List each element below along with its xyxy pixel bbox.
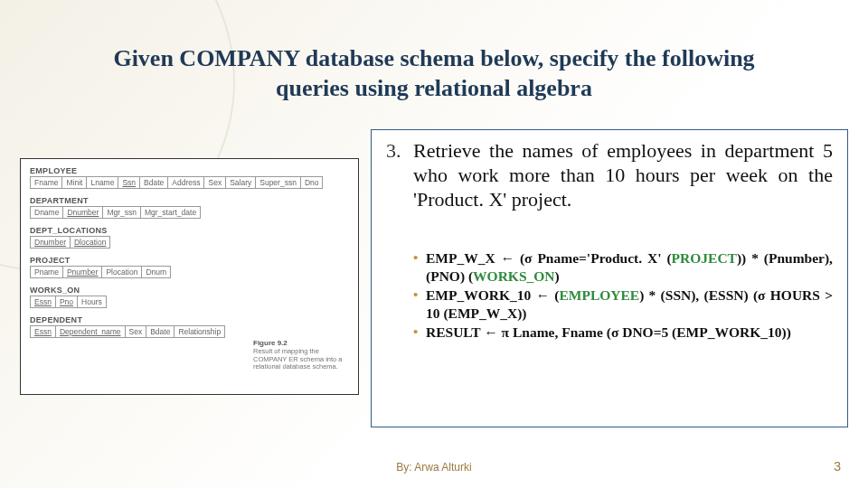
attr-cell: Mgr_ssn bbox=[103, 207, 141, 219]
attr-cell: Relationship bbox=[175, 326, 225, 338]
answer-item: RESULT ← π Lname, Fname (σ DNO=5 (EMP_WO… bbox=[413, 324, 833, 341]
answer-item: EMP_W_X ← (σ Pname='Product. X' (PROJECT… bbox=[413, 249, 833, 285]
attr-cell: Dnum bbox=[142, 267, 171, 278]
relation-name: PROJECT bbox=[30, 256, 349, 265]
relation-project: PROJECTPnamePnumberPlocationDnum bbox=[30, 256, 349, 278]
footer-page: 3 bbox=[834, 459, 841, 474]
answer-list: EMP_W_X ← (σ Pname='Product. X' (PROJECT… bbox=[413, 249, 833, 341]
relation-attrs: EssnPnoHours bbox=[30, 296, 107, 308]
relation-name: EMPLOYEE bbox=[30, 166, 349, 175]
attr-cell: Lname bbox=[87, 177, 118, 189]
attr-cell: Pnumber bbox=[62, 267, 102, 278]
attr-cell: Address bbox=[168, 177, 204, 189]
attr-cell: Pno bbox=[55, 296, 77, 308]
attr-cell: Pname bbox=[31, 267, 63, 278]
relation-name: DEPENDENT bbox=[30, 315, 349, 324]
attr-cell: Bdate bbox=[140, 177, 168, 189]
attr-cell: Dependent_name bbox=[55, 326, 125, 338]
attr-cell: Essn bbox=[31, 296, 56, 308]
relation-dept_locations: DEPT_LOCATIONSDnumberDlocation bbox=[30, 226, 349, 249]
relation-name: WORKS_ON bbox=[30, 286, 349, 295]
relation-attrs: EssnDependent_nameSexBdateRelationship bbox=[30, 325, 225, 338]
relation-attrs: DnumberDlocation bbox=[30, 236, 110, 249]
attr-cell: Bdate bbox=[146, 326, 175, 338]
figure-caption-text: Result of mapping the COMPANY ER schema … bbox=[253, 347, 343, 371]
attr-cell: Salary bbox=[226, 177, 256, 189]
relation-name: DEPARTMENT bbox=[30, 196, 349, 205]
attr-cell: Super_ssn bbox=[256, 177, 301, 189]
question-text: Retrieve the names of employees in depar… bbox=[413, 139, 833, 211]
attr-cell: Hours bbox=[78, 296, 107, 308]
question-box: 3. Retrieve the names of employees in de… bbox=[371, 129, 848, 427]
relation-employee: EMPLOYEEFnameMinitLnameSsnBdateAddressSe… bbox=[30, 166, 349, 189]
slide-title: Given COMPANY database schema below, spe… bbox=[108, 43, 760, 104]
attr-cell: Dname bbox=[31, 207, 63, 219]
relation-works_on: WORKS_ONEssnPnoHours bbox=[30, 286, 349, 308]
figure-caption: Figure 9.2 Result of mapping the COMPANY… bbox=[253, 340, 354, 371]
attr-cell: Dnumber bbox=[63, 207, 103, 219]
attr-cell: Dlocation bbox=[70, 237, 109, 249]
schema-relations: EMPLOYEEFnameMinitLnameSsnBdateAddressSe… bbox=[30, 166, 349, 338]
relation-attrs: FnameMinitLnameSsnBdateAddressSexSalaryS… bbox=[30, 176, 323, 189]
attr-cell: Dno bbox=[300, 177, 323, 189]
figure-label: Figure 9.2 bbox=[253, 339, 288, 347]
attr-cell: Mgr_start_date bbox=[140, 207, 200, 219]
attr-cell: Sex bbox=[204, 177, 226, 189]
footer-author: By: Arwa Alturki bbox=[0, 461, 868, 474]
attr-cell: Ssn bbox=[118, 177, 140, 189]
question-number: 3. bbox=[386, 139, 410, 163]
attr-cell: Dnumber bbox=[31, 237, 71, 249]
attr-cell: Sex bbox=[125, 326, 146, 338]
answer-item: EMP_WORK_10 ← (EMPLOYEE) * (SSN), (ESSN)… bbox=[413, 286, 833, 322]
slide: Given COMPANY database schema below, spe… bbox=[0, 0, 868, 488]
attr-cell: Fname bbox=[31, 177, 62, 189]
relation-department: DEPARTMENTDnameDnumberMgr_ssnMgr_start_d… bbox=[30, 196, 349, 219]
schema-diagram: EMPLOYEEFnameMinitLnameSsnBdateAddressSe… bbox=[20, 158, 359, 395]
attr-cell: Minit bbox=[62, 177, 87, 189]
relation-dependent: DEPENDENTEssnDependent_nameSexBdateRelat… bbox=[30, 315, 349, 338]
relation-attrs: PnamePnumberPlocationDnum bbox=[30, 266, 171, 278]
attr-cell: Plocation bbox=[102, 267, 142, 278]
relation-name: DEPT_LOCATIONS bbox=[30, 226, 349, 235]
relation-attrs: DnameDnumberMgr_ssnMgr_start_date bbox=[30, 206, 201, 219]
attr-cell: Essn bbox=[31, 326, 56, 338]
